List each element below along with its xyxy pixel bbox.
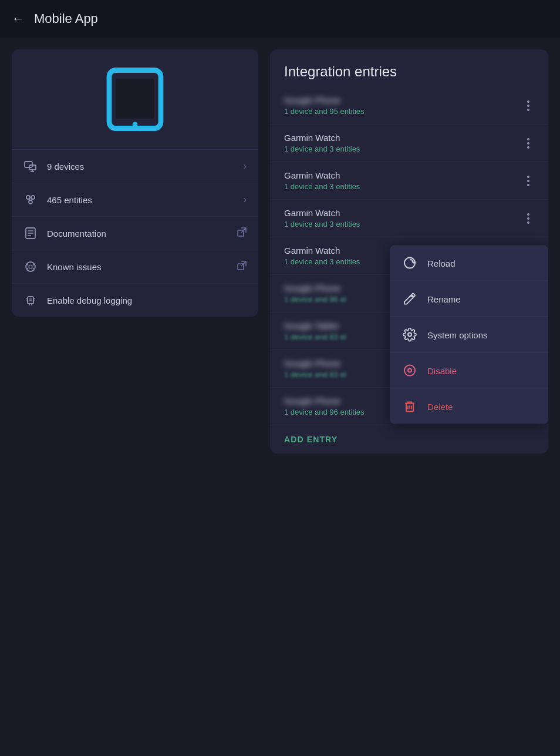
svg-point-2: [133, 122, 138, 127]
documentation-external-icon: [237, 227, 247, 239]
gear-icon: [402, 327, 418, 343]
rename-label: Rename: [427, 294, 461, 304]
known-issues-label: Known issues: [47, 262, 102, 272]
left-menu-list: 9 devices › 465 entities: [12, 150, 258, 317]
right-panel: Integration entries Google Phone 1 devic…: [270, 49, 548, 453]
svg-point-8: [31, 196, 35, 199]
svg-point-7: [26, 196, 30, 199]
svg-rect-1: [116, 79, 154, 119]
page-title: Mobile App: [34, 11, 98, 26]
list-item: Garmin Watch 1 device and 3 entities: [270, 125, 548, 162]
integration-name: Garmin Watch: [284, 133, 522, 143]
svg-line-10: [28, 199, 31, 200]
svg-line-11: [31, 199, 33, 200]
context-menu-button[interactable]: [522, 98, 534, 113]
context-menu-button[interactable]: [522, 136, 534, 151]
debug-label: Enable debug logging: [47, 295, 132, 305]
debug-icon: [23, 293, 38, 307]
back-button[interactable]: ←: [12, 11, 25, 26]
disable-label: Disable: [427, 365, 457, 375]
context-menu-rename[interactable]: Rename: [390, 281, 548, 317]
list-item: Garmin Watch 1 device and 3 entities: [270, 162, 548, 200]
entities-icon: [23, 193, 38, 207]
phone-icon-wrapper: [103, 67, 167, 132]
context-menu-button[interactable]: [522, 173, 534, 189]
rename-icon: [402, 291, 418, 307]
list-item-with-context: Google Phone 1 device and 96 el: [270, 275, 548, 313]
list-item: Garmin Watch 1 device and 3 entities: [270, 200, 548, 237]
disable-icon: [402, 362, 418, 379]
list-item: Google Phone 1 device and 95 entities: [270, 87, 548, 125]
left-panel: 9 devices › 465 entities: [12, 49, 258, 317]
svg-point-18: [26, 262, 35, 271]
svg-point-36: [408, 333, 411, 337]
svg-rect-26: [28, 297, 33, 304]
delete-icon: [402, 398, 418, 415]
svg-point-19: [29, 265, 32, 268]
documentation-label: Documentation: [47, 229, 106, 238]
context-menu-delete[interactable]: Delete: [390, 389, 548, 424]
devices-icon: [23, 159, 38, 173]
devices-arrow: ›: [244, 161, 247, 172]
menu-item-documentation[interactable]: Documentation: [12, 217, 258, 250]
integration-name: Garmin Watch: [284, 170, 522, 180]
integration-sub: 1 device and 3 entities: [284, 145, 522, 153]
documentation-icon: [23, 226, 38, 240]
devices-label: 9 devices: [47, 162, 84, 172]
menu-item-known-issues[interactable]: Known issues: [12, 250, 258, 284]
integration-name: Google Phone: [284, 95, 522, 105]
context-menu-reload[interactable]: Reload: [390, 246, 548, 281]
entities-label: 465 entities: [47, 195, 92, 205]
app-icon-section: [12, 49, 258, 150]
known-issues-icon: [23, 260, 38, 274]
context-menu: Reload Rename: [390, 246, 548, 424]
menu-item-devices[interactable]: 9 devices ›: [12, 150, 258, 183]
svg-rect-3: [25, 162, 32, 167]
svg-rect-38: [408, 369, 411, 372]
integration-list: Google Phone 1 device and 95 entities Ga…: [270, 87, 548, 425]
svg-point-37: [404, 365, 415, 376]
add-entry-button[interactable]: ADD ENTRY: [284, 435, 338, 444]
system-options-label: System options: [427, 330, 488, 340]
integration-sub: 1 device and 3 entities: [284, 182, 522, 191]
main-content: 9 devices › 465 entities: [0, 38, 560, 465]
reload-label: Reload: [427, 258, 456, 268]
integration-sub: 1 device and 3 entities: [284, 220, 522, 229]
phone-icon: [103, 67, 167, 132]
app-header: ← Mobile App: [0, 0, 560, 38]
context-menu-disable[interactable]: Disable: [390, 353, 548, 389]
integration-sub: 1 device and 95 entities: [284, 107, 522, 116]
delete-label: Delete: [427, 401, 453, 411]
svg-point-9: [29, 200, 32, 204]
reload-icon: [402, 255, 418, 271]
context-menu-button[interactable]: [522, 211, 534, 226]
integration-title: Integration entries: [270, 49, 548, 87]
known-issues-external-icon: [237, 261, 247, 273]
menu-item-debug[interactable]: Enable debug logging: [12, 284, 258, 317]
entities-arrow: ›: [244, 194, 247, 205]
menu-item-entities[interactable]: 465 entities ›: [12, 183, 258, 217]
add-entry-footer: ADD ENTRY: [270, 425, 548, 453]
integration-name: Garmin Watch: [284, 208, 522, 218]
context-menu-system-options[interactable]: System options: [390, 317, 548, 353]
